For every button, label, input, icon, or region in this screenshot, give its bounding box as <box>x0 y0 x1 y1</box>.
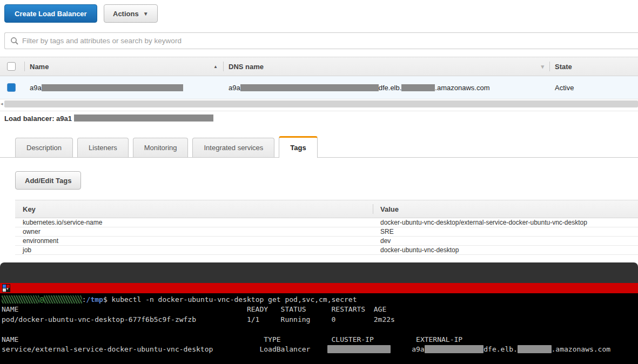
column-header-key: Key <box>15 200 373 218</box>
chevron-down-icon: ▼ <box>143 11 149 17</box>
redacted-text <box>401 84 435 91</box>
tag-value: docker-ubuntu-vnc-desktop <box>373 246 638 254</box>
create-load-balancer-label: Create Load Balancer <box>15 10 87 18</box>
detail-name-prefix: a9a1 <box>56 114 72 123</box>
redacted-text <box>240 84 379 91</box>
tag-value: docker-ubuntu-vnc-desktop/external-servi… <box>373 218 638 227</box>
terminal-menu-icon[interactable]: ▾ <box>2 284 10 292</box>
terminal-content: @ :/tmp$ kubectl -n docker-ubuntu-vnc-de… <box>0 293 638 364</box>
tab-description[interactable]: Description <box>15 138 73 157</box>
redacted-text <box>74 114 213 122</box>
tab-tags[interactable]: Tags <box>279 136 317 158</box>
terminal-line: service/external-service-docker-ubuntu-v… <box>2 345 638 354</box>
scroll-left-icon[interactable]: ◂ <box>1 100 3 107</box>
redacted-text <box>42 84 183 91</box>
chevron-down-icon: ▾ <box>6 287 9 291</box>
filter-input[interactable] <box>22 33 616 48</box>
tags-body: kubernetes.io/service-namedocker-ubuntu-… <box>15 218 638 255</box>
tag-key: job <box>15 246 373 254</box>
detail-header: Load balancer: a9a1 <box>4 114 213 123</box>
terminal-line: NAME TYPE CLUSTER-IP EXTERNAL-IP <box>2 335 638 345</box>
column-header-dns-name[interactable]: DNS name ▾ <box>223 57 549 76</box>
tab-monitoring[interactable]: Monitoring <box>133 138 189 157</box>
state-cell: Active <box>549 76 638 99</box>
column-header-state[interactable]: State <box>549 57 638 76</box>
sort-ascending-icon: ▲ <box>213 64 218 69</box>
tag-key: owner <box>15 227 373 236</box>
row-select-cell <box>0 76 24 99</box>
tag-key: environment <box>15 237 373 245</box>
create-load-balancer-button[interactable]: Create Load Balancer <box>4 4 97 23</box>
column-header-name[interactable]: Name ▲ <box>24 57 223 76</box>
terminal-line: pod/docker-ubuntu-vnc-desktop-677f6b5c9f… <box>2 315 638 325</box>
terminal-line: @ :/tmp$ kubectl -n docker-ubuntu-vnc-de… <box>2 295 638 305</box>
table-row: jobdocker-ubuntu-vnc-desktop <box>15 246 638 255</box>
terminal-window[interactable]: ▾ @ :/tmp$ kubectl -n docker-ubuntu-vnc-… <box>0 262 638 364</box>
actions-button[interactable]: Actions ▼ <box>104 4 158 23</box>
add-edit-tags-button[interactable]: Add/Edit Tags <box>15 171 81 190</box>
terminal-titlebar: ▾ <box>0 283 638 293</box>
search-icon <box>10 37 19 45</box>
ec2-load-balancers-page: Create Load Balancer Actions ▼ Name ▲ DN… <box>0 0 638 364</box>
row-checkbox[interactable] <box>7 83 16 92</box>
tag-value: SRE <box>373 227 638 236</box>
load-balancer-table: Name ▲ DNS name ▾ State a9a a9a dfe.e <box>0 57 638 99</box>
tags-table: Key Value kubernetes.io/service-namedock… <box>15 200 638 255</box>
select-all-cell <box>0 57 24 76</box>
terminal-line: NAME READY STATUS RESTARTS AGE <box>2 305 638 314</box>
filter-bar <box>4 32 638 49</box>
table-row: kubernetes.io/service-namedocker-ubuntu-… <box>15 218 638 227</box>
scrollbar-thumb[interactable] <box>4 100 638 107</box>
tag-value: dev <box>373 237 638 245</box>
tab-integrated-services[interactable]: Integrated services <box>192 138 274 157</box>
tag-key: kubernetes.io/service-name <box>15 218 373 227</box>
horizontal-scrollbar[interactable]: ◂ <box>0 100 638 107</box>
table-header-row: Name ▲ DNS name ▾ State <box>0 57 638 76</box>
select-all-checkbox[interactable] <box>7 62 16 71</box>
actions-label: Actions <box>113 10 139 18</box>
section-divider <box>0 111 638 111</box>
dns-name-cell: a9a dfe.elb. .amazonaws.com <box>223 76 549 99</box>
column-filter-icon[interactable]: ▾ <box>541 63 544 70</box>
detail-label: Load balancer: <box>4 114 54 123</box>
tab-listeners[interactable]: Listeners <box>77 138 129 157</box>
table-row: environmentdev <box>15 237 638 246</box>
terminal-line <box>2 325 638 334</box>
state-value: Active <box>555 84 574 92</box>
detail-tabs: DescriptionListenersMonitoringIntegrated… <box>0 137 638 158</box>
name-cell: a9a <box>24 76 223 99</box>
column-header-value: Value <box>373 200 638 218</box>
table-row[interactable]: a9a a9a dfe.elb. .amazonaws.com Active <box>0 76 638 99</box>
table-row: ownerSRE <box>15 227 638 237</box>
tags-header-row: Key Value <box>15 200 638 218</box>
